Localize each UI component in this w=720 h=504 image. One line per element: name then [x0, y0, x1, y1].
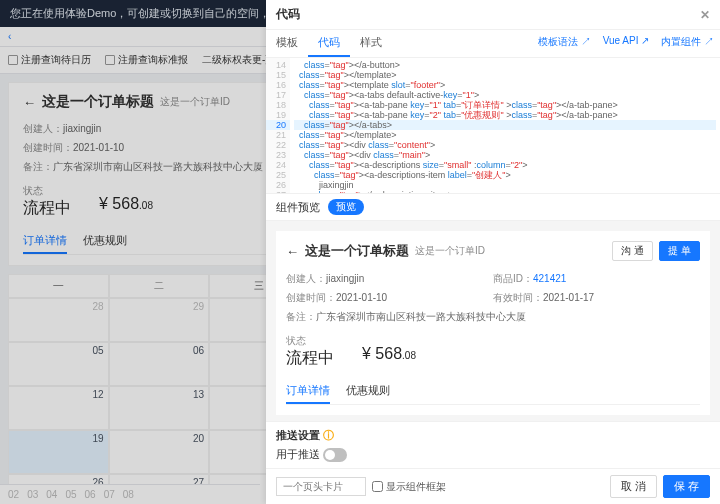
preview-header: 组件预览 预览 [266, 194, 720, 221]
drawer-title: 代码 [276, 6, 300, 23]
info-icon: ⓘ [323, 429, 334, 441]
preview-dtab-0[interactable]: 订单详情 [286, 379, 330, 404]
push-switch[interactable] [323, 448, 347, 462]
preview-toggle[interactable]: 预览 [328, 199, 364, 215]
show-frame-check[interactable]: 显示组件框架 [372, 480, 446, 494]
close-icon[interactable]: ✕ [700, 8, 710, 22]
preview-back-icon[interactable]: ← [286, 244, 299, 259]
code-drawer: 代码 ✕ 模板 代码 样式 模板语法 ↗ Vue API ↗ 内置组件 ↗ 14… [266, 0, 720, 504]
preview-dtab-1[interactable]: 优惠规则 [346, 379, 390, 404]
drawer-tab-style[interactable]: 样式 [350, 30, 392, 57]
preview-btn-submit[interactable]: 提 单 [659, 241, 700, 261]
drawer-footer: 显示组件框架 取 消 保 存 [266, 468, 720, 504]
preview-panel: ← 这是一个订单标题 这是一个订单ID 沟 通 提 单 创建人：jiaxingj… [266, 221, 720, 421]
preview-title: 这是一个订单标题 [305, 242, 409, 260]
preview-btn-talk[interactable]: 沟 通 [612, 241, 653, 261]
code-editor[interactable]: 1415161718192021222324252627282930313233… [266, 58, 720, 194]
link-builtin[interactable]: 内置组件 ↗ [655, 30, 720, 57]
save-button[interactable]: 保 存 [663, 475, 710, 498]
drawer-tab-code[interactable]: 代码 [308, 30, 350, 57]
drawer-tab-template[interactable]: 模板 [266, 30, 308, 57]
link-template-syntax[interactable]: 模板语法 ↗ [532, 30, 597, 57]
drawer-tabs: 模板 代码 样式 模板语法 ↗ Vue API ↗ 内置组件 ↗ [266, 30, 720, 58]
cancel-button[interactable]: 取 消 [610, 475, 657, 498]
card-name-input[interactable] [276, 477, 366, 496]
push-settings: 推送设置 ⓘ 用于推送 [266, 421, 720, 468]
link-vue-api[interactable]: Vue API ↗ [597, 30, 656, 57]
